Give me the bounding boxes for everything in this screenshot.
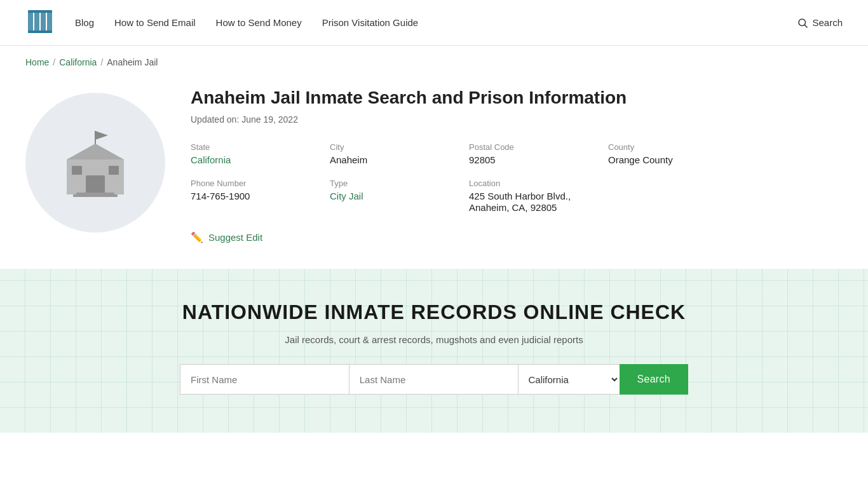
state-select[interactable]: AlabamaAlaskaArizonaArkansasCaliforniaCo… — [518, 364, 620, 395]
location-cell: Location 425 South Harbor Blvd., Anaheim… — [469, 179, 737, 214]
logo[interactable] — [25, 6, 56, 39]
info-grid: State California City Anaheim Postal Cod… — [191, 142, 737, 214]
phone-label: Phone Number — [191, 179, 320, 188]
location-label: Location — [469, 179, 737, 188]
type-cell: Type City Jail — [330, 179, 459, 214]
suggest-edit-link[interactable]: ✏️ Suggest Edit — [191, 231, 737, 243]
search-button[interactable]: Search — [620, 364, 689, 395]
svg-rect-4 — [28, 10, 52, 13]
state-cell: State California — [191, 142, 320, 166]
city-value: Anaheim — [330, 154, 367, 165]
svg-rect-2 — [41, 11, 46, 32]
type-label: Type — [330, 179, 459, 188]
svg-rect-13 — [72, 166, 82, 175]
svg-rect-16 — [73, 194, 118, 197]
inmate-search-form: AlabamaAlaskaArizonaArkansasCaliforniaCo… — [180, 364, 688, 395]
county-value: Orange County — [608, 154, 673, 165]
main-nav: Blog How to Send Email How to Send Money… — [75, 17, 797, 28]
page-title: Anaheim Jail Inmate Search and Prison In… — [191, 86, 737, 109]
last-name-input[interactable] — [349, 364, 518, 395]
county-label: County — [608, 142, 737, 152]
svg-marker-9 — [95, 131, 108, 140]
city-label: City — [330, 142, 459, 152]
nav-prison-guide[interactable]: Prison Visitation Guide — [322, 17, 418, 28]
state-label: State — [191, 142, 320, 152]
svg-rect-0 — [28, 11, 33, 32]
first-name-input[interactable] — [180, 364, 349, 395]
svg-rect-12 — [86, 175, 105, 194]
city-cell: City Anaheim — [330, 142, 459, 166]
type-value[interactable]: City Jail — [330, 191, 363, 201]
location-line2: Anaheim, CA, 92805 — [469, 202, 557, 213]
postal-cell: Postal Code 92805 — [469, 142, 598, 166]
phone-value: 714-765-1900 — [191, 191, 250, 201]
site-header: Blog How to Send Email How to Send Money… — [0, 0, 868, 46]
phone-cell: Phone Number 714-765-1900 — [191, 179, 320, 214]
breadcrumb-sep1: / — [53, 57, 55, 67]
breadcrumb-state[interactable]: California — [59, 57, 97, 67]
main-content: Anaheim Jail Inmate Search and Prison In… — [0, 74, 763, 269]
svg-rect-1 — [34, 11, 39, 32]
updated-date: Updated on: June 19, 2022 — [191, 114, 737, 125]
svg-point-6 — [799, 19, 806, 26]
nav-send-email[interactable]: How to Send Email — [114, 17, 196, 28]
nav-send-money[interactable]: How to Send Money — [216, 17, 302, 28]
breadcrumb: Home / California / Anaheim Jail — [0, 46, 868, 74]
suggest-edit-label: Suggest Edit — [208, 232, 262, 243]
svg-rect-3 — [47, 11, 52, 32]
postal-value: 92805 — [469, 154, 496, 165]
state-value[interactable]: California — [191, 154, 231, 165]
svg-line-7 — [805, 25, 808, 27]
location-line1: 425 South Harbor Blvd., — [469, 191, 571, 201]
nationwide-title: NATIONWIDE INMATE RECORDS ONLINE CHECK — [25, 301, 843, 324]
svg-marker-10 — [67, 144, 124, 159]
county-cell: County Orange County — [608, 142, 737, 166]
svg-rect-5 — [28, 30, 52, 33]
breadcrumb-current: Anaheim Jail — [107, 57, 158, 67]
jail-building-icon — [48, 121, 143, 204]
search-icon — [797, 17, 808, 29]
jail-image — [25, 93, 165, 233]
search-label: Search — [812, 17, 843, 28]
nationwide-section: NATIONWIDE INMATE RECORDS ONLINE CHECK J… — [0, 269, 868, 433]
breadcrumb-sep2: / — [100, 57, 103, 67]
svg-rect-14 — [109, 166, 119, 175]
header-search[interactable]: Search — [797, 17, 843, 29]
nav-blog[interactable]: Blog — [75, 17, 94, 28]
pencil-icon: ✏️ — [191, 231, 203, 243]
postal-label: Postal Code — [469, 142, 598, 152]
breadcrumb-home[interactable]: Home — [25, 57, 49, 67]
nationwide-subtitle: Jail records, court & arrest records, mu… — [25, 334, 843, 345]
info-section: Anaheim Jail Inmate Search and Prison In… — [191, 86, 737, 243]
